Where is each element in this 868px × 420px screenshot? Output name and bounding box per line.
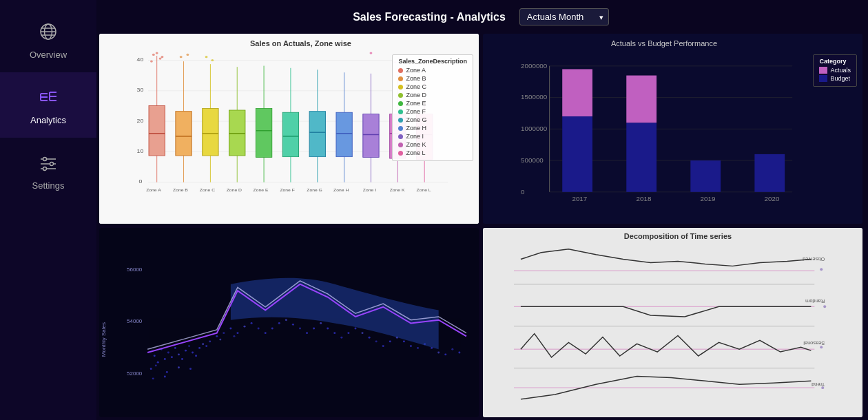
svg-point-16 xyxy=(50,162,54,166)
svg-point-132 xyxy=(251,322,253,324)
settings-icon xyxy=(36,150,61,175)
svg-point-140 xyxy=(306,332,308,334)
svg-point-162 xyxy=(458,351,460,353)
svg-point-159 xyxy=(437,351,440,353)
svg-point-41 xyxy=(180,56,183,58)
svg-point-152 xyxy=(389,340,391,342)
svg-rect-97 xyxy=(562,69,592,116)
svg-text:0: 0 xyxy=(138,179,142,185)
sidebar: Overview Analytics xyxy=(0,0,96,420)
analytics-icon xyxy=(36,85,61,109)
svg-point-171 xyxy=(219,338,221,340)
svg-rect-51 xyxy=(229,110,245,156)
svg-rect-71 xyxy=(363,114,379,158)
svg-text:Zone B: Zone B xyxy=(173,188,188,192)
svg-rect-59 xyxy=(282,112,298,156)
svg-point-199 xyxy=(820,268,823,271)
svg-point-120 xyxy=(185,349,187,351)
svg-text:2000000: 2000000 xyxy=(521,63,547,69)
svg-point-124 xyxy=(198,346,200,348)
svg-point-200 xyxy=(823,305,826,308)
svg-text:Zone A: Zone A xyxy=(146,188,161,192)
svg-point-147 xyxy=(354,327,356,329)
svg-rect-39 xyxy=(176,112,192,156)
svg-point-35 xyxy=(161,56,164,58)
svg-text:30: 30 xyxy=(137,87,144,93)
svg-point-130 xyxy=(236,332,238,334)
svg-point-170 xyxy=(205,345,207,347)
svg-text:Random: Random xyxy=(805,297,825,304)
svg-point-118 xyxy=(178,353,180,355)
legend-item-e: Zone E xyxy=(398,100,467,107)
decomp-svg: Observed Random Seasonal Trend 8.8 8.9 9… xyxy=(514,242,842,412)
sidebar-item-settings[interactable]: Settings xyxy=(0,138,96,203)
barchart-legend: Category Actuals Budget xyxy=(813,54,857,87)
svg-rect-101 xyxy=(754,154,785,192)
svg-rect-67 xyxy=(336,112,352,156)
svg-rect-96 xyxy=(562,116,592,192)
svg-point-144 xyxy=(333,332,335,334)
svg-point-202 xyxy=(821,386,824,389)
svg-point-112 xyxy=(157,361,159,363)
svg-point-145 xyxy=(340,336,342,338)
svg-text:Zone E: Zone E xyxy=(254,188,269,192)
svg-text:10: 10 xyxy=(137,149,144,154)
svg-text:52000: 52000 xyxy=(127,370,143,377)
svg-text:Zone I: Zone I xyxy=(363,188,377,192)
svg-text:Zone G: Zone G xyxy=(307,188,322,192)
svg-point-165 xyxy=(166,370,168,372)
boxplot-panel: Sales on Actuals, Zone wise 40 30 20 10 … xyxy=(99,34,479,224)
svg-text:40: 40 xyxy=(137,57,144,63)
scatter-y-label: Monthly Sales xyxy=(101,322,107,357)
svg-point-127 xyxy=(216,335,218,337)
svg-point-119 xyxy=(181,358,183,360)
svg-point-133 xyxy=(258,327,260,329)
svg-point-156 xyxy=(417,346,419,348)
barchart-container: Actuals vs Budget Performance 0 500000 1… xyxy=(483,34,862,224)
svg-point-128 xyxy=(223,332,225,334)
svg-text:2019: 2019 xyxy=(701,196,716,201)
decomp-panel: Decomposition of Time series Observed Ra… xyxy=(483,228,862,418)
svg-point-18 xyxy=(43,167,47,171)
svg-rect-30 xyxy=(149,106,165,156)
scatter-container: Monthly Sales 52000 54000 56000 xyxy=(99,228,479,418)
svg-point-48 xyxy=(205,56,208,58)
svg-text:1500000: 1500000 xyxy=(521,94,547,101)
sidebar-label-analytics: Analytics xyxy=(30,115,66,125)
svg-point-137 xyxy=(285,319,287,321)
svg-point-122 xyxy=(192,351,194,353)
svg-point-168 xyxy=(152,377,154,379)
svg-rect-100 xyxy=(690,160,721,192)
boxplot-title: Sales on Actuals, Zone wise xyxy=(127,39,475,48)
svg-text:Zone D: Zone D xyxy=(227,188,242,192)
main-content: Sales Forecasting - Analytics Actuals Mo… xyxy=(96,0,868,420)
svg-point-115 xyxy=(167,351,169,353)
scatter-panel: Monthly Sales 52000 54000 56000 xyxy=(99,228,479,418)
svg-point-134 xyxy=(265,332,267,334)
legend-item-g: Zone G xyxy=(398,116,467,123)
sidebar-item-analytics[interactable]: Analytics xyxy=(0,72,96,138)
svg-point-148 xyxy=(362,332,364,334)
svg-text:500000: 500000 xyxy=(521,158,544,164)
svg-point-136 xyxy=(278,322,280,324)
svg-point-160 xyxy=(444,353,446,355)
svg-text:Zone C: Zone C xyxy=(200,188,216,192)
legend-item-b: Zone B xyxy=(398,75,467,82)
legend-item-i: Zone I xyxy=(398,133,467,140)
svg-text:20: 20 xyxy=(137,118,144,123)
svg-point-117 xyxy=(174,346,176,348)
period-dropdown-wrapper[interactable]: Actuals Month Budget Month Forecast Mont… xyxy=(519,8,609,25)
period-dropdown[interactable]: Actuals Month Budget Month Forecast Mont… xyxy=(519,8,609,25)
svg-point-149 xyxy=(369,336,371,338)
sidebar-item-overview[interactable]: Overview xyxy=(0,7,96,72)
bar-legend-budget: Budget xyxy=(819,75,851,82)
svg-point-161 xyxy=(451,348,453,350)
svg-text:Zone H: Zone H xyxy=(333,188,349,192)
svg-text:56000: 56000 xyxy=(127,266,143,272)
svg-point-32 xyxy=(152,54,155,56)
svg-rect-98 xyxy=(626,123,657,192)
svg-point-201 xyxy=(820,346,823,348)
svg-point-164 xyxy=(155,364,157,366)
decomp-title: Decomposition of Time series xyxy=(514,232,842,240)
svg-text:54000: 54000 xyxy=(127,318,143,324)
